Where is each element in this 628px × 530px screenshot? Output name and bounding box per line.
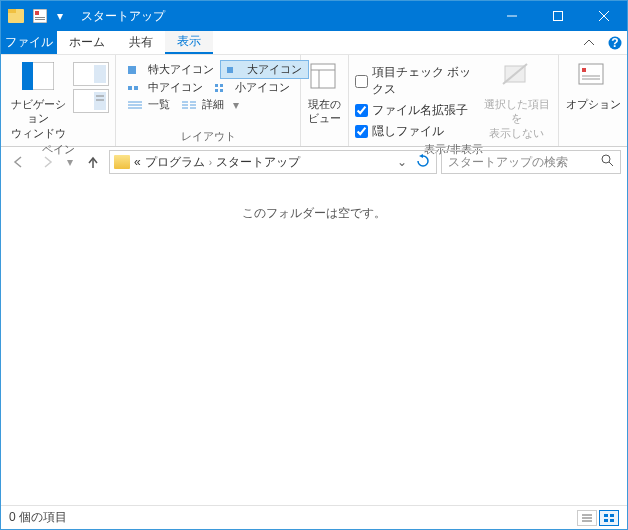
file-extensions-toggle[interactable]: ファイル名拡張子 — [355, 102, 482, 119]
ribbon-tabs: ファイル ホーム 共有 表示 ? — [1, 31, 627, 55]
window-title: スタートアップ — [73, 8, 489, 25]
list-icon — [128, 99, 144, 111]
address-bar[interactable]: « プログラム › スタートアップ ⌄ — [109, 150, 437, 174]
breadcrumb-root[interactable]: « — [134, 155, 141, 169]
tab-home[interactable]: ホーム — [57, 31, 117, 54]
svg-rect-42 — [579, 64, 603, 84]
svg-rect-4 — [35, 17, 45, 18]
svg-rect-7 — [554, 12, 563, 21]
svg-rect-26 — [215, 89, 218, 92]
layout-details[interactable]: 詳細 — [176, 96, 230, 113]
ribbon-group-options: オプション — [559, 55, 627, 146]
svg-rect-17 — [94, 92, 106, 110]
breadcrumb-seg1[interactable]: プログラム — [145, 154, 205, 171]
svg-rect-5 — [35, 19, 45, 20]
medium-icon — [128, 82, 144, 94]
svg-rect-20 — [128, 66, 136, 74]
search-icon — [601, 154, 614, 170]
search-placeholder: スタートアップの検索 — [448, 154, 601, 171]
history-dropdown[interactable]: ▾ — [63, 150, 77, 174]
refresh-button[interactable] — [414, 154, 432, 171]
minimize-button[interactable] — [489, 1, 535, 31]
item-checkboxes-toggle[interactable]: 項目チェック ボックス — [355, 64, 482, 98]
svg-rect-24 — [215, 84, 218, 87]
nav-row: ▾ « プログラム › スタートアップ ⌄ スタートアップの検索 — [1, 147, 627, 177]
svg-rect-27 — [220, 89, 223, 92]
svg-line-48 — [609, 162, 613, 166]
svg-rect-53 — [610, 514, 614, 517]
svg-rect-21 — [227, 67, 233, 73]
svg-rect-43 — [582, 68, 586, 72]
empty-folder-text: このフォルダーは空です。 — [242, 205, 386, 222]
svg-rect-25 — [220, 84, 223, 87]
navigation-pane-button[interactable]: ナビゲーション ウィンドウ — [7, 58, 69, 140]
layout-xl-icons[interactable]: 特大アイコン — [122, 60, 220, 79]
current-view-icon — [309, 62, 341, 94]
svg-rect-54 — [604, 519, 608, 522]
hidden-files-toggle[interactable]: 隠しファイル — [355, 123, 482, 140]
large-icon — [227, 64, 243, 76]
hide-selected-button[interactable]: 選択した項目を 表示しない — [482, 58, 552, 140]
layout-list[interactable]: 一覧 — [122, 96, 176, 113]
hide-selected-icon — [501, 62, 533, 94]
svg-rect-15 — [94, 65, 106, 83]
maximize-button[interactable] — [535, 1, 581, 31]
explorer-window: ▾ スタートアップ ファイル ホーム 共有 表示 ? — [0, 0, 628, 530]
icons-view-button[interactable] — [599, 510, 619, 526]
address-folder-icon — [114, 155, 130, 169]
help-button[interactable]: ? — [603, 31, 627, 54]
tab-share[interactable]: 共有 — [117, 31, 165, 54]
quick-access-toolbar: ▾ — [1, 5, 73, 27]
preview-pane-button[interactable] — [73, 62, 109, 86]
folder-icon — [5, 5, 27, 27]
small-icon — [215, 82, 231, 94]
navigation-pane-icon — [22, 62, 54, 94]
folder-content[interactable]: このフォルダーは空です。 — [1, 177, 627, 505]
tab-view[interactable]: 表示 — [165, 31, 213, 54]
options-icon — [577, 62, 609, 94]
qat-dropdown-icon[interactable]: ▾ — [53, 5, 67, 27]
ribbon-collapse-button[interactable] — [575, 31, 603, 54]
properties-icon[interactable] — [29, 5, 51, 27]
close-button[interactable] — [581, 1, 627, 31]
svg-rect-3 — [35, 11, 39, 15]
ribbon: ナビゲーション ウィンドウ ペイン 特大アイコン 大アイコン 中アイコン 小アイ… — [1, 55, 627, 147]
ribbon-group-current-view: 現在の ビュー — [301, 55, 349, 146]
ribbon-group-show-hide: 項目チェック ボックス ファイル名拡張子 隠しファイル 選択した項目を 表示しな… — [349, 55, 559, 146]
pane-thumb-list — [73, 62, 109, 113]
svg-rect-22 — [128, 86, 132, 90]
details-view-button[interactable] — [577, 510, 597, 526]
ribbon-group-layout: 特大アイコン 大アイコン 中アイコン 小アイコン 一覧 詳細 ▾ レイアウト — [116, 55, 301, 146]
svg-rect-37 — [311, 64, 335, 88]
svg-rect-13 — [22, 62, 33, 90]
xl-icon — [128, 64, 144, 76]
details-icon — [182, 99, 198, 111]
address-dropdown[interactable]: ⌄ — [394, 155, 410, 169]
svg-text:?: ? — [611, 36, 618, 50]
forward-button[interactable] — [35, 150, 59, 174]
layout-large-icons[interactable]: 大アイコン — [220, 60, 309, 79]
status-bar: 0 個の項目 — [1, 505, 627, 529]
layout-small-icons[interactable]: 小アイコン — [209, 79, 296, 96]
search-box[interactable]: スタートアップの検索 — [441, 150, 621, 174]
layout-more[interactable]: ▾ — [230, 96, 242, 113]
back-button[interactable] — [7, 150, 31, 174]
chevron-right-icon[interactable]: › — [209, 157, 212, 168]
svg-point-47 — [602, 155, 610, 163]
current-view-button[interactable]: 現在の ビュー — [307, 58, 342, 126]
svg-rect-52 — [604, 514, 608, 517]
details-pane-button[interactable] — [73, 89, 109, 113]
titlebar: ▾ スタートアップ — [1, 1, 627, 31]
svg-rect-1 — [8, 9, 16, 13]
options-button[interactable]: オプション — [565, 58, 621, 111]
svg-rect-55 — [610, 519, 614, 522]
layout-medium-icons[interactable]: 中アイコン — [122, 79, 209, 96]
item-count: 0 個の項目 — [9, 509, 67, 526]
up-button[interactable] — [81, 150, 105, 174]
svg-rect-23 — [134, 86, 138, 90]
breadcrumb-seg2[interactable]: スタートアップ — [216, 154, 300, 171]
tab-file[interactable]: ファイル — [1, 31, 57, 54]
ribbon-group-panes: ナビゲーション ウィンドウ ペイン — [1, 55, 116, 146]
